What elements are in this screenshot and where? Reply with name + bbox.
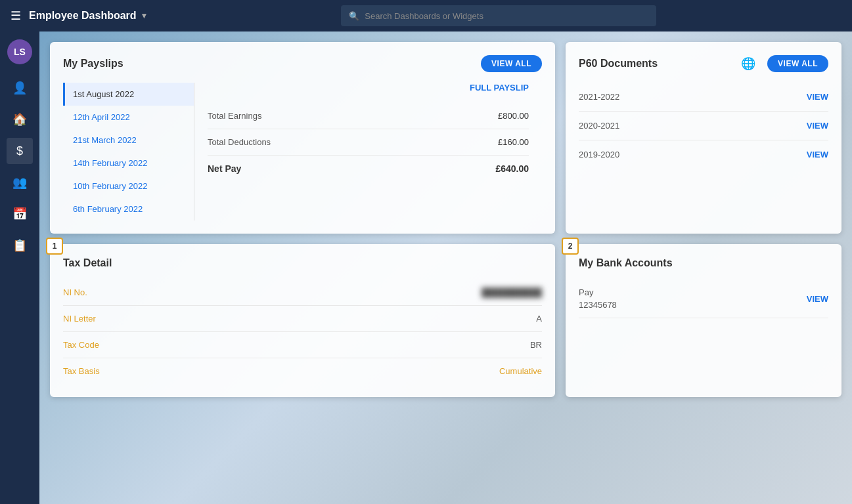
p60-year: 2020-2021 [579, 121, 619, 131]
tax-ni-letter-row: NI Letter A [63, 306, 542, 332]
bank-account-number: 12345678 [579, 300, 617, 310]
p60-view-link[interactable]: VIEW [807, 121, 828, 131]
ni-no-value: ██████████ [482, 287, 542, 297]
full-payslip-link[interactable]: FULL PAYSLIP [470, 83, 529, 93]
main-content: My Payslips VIEW ALL 1st August 2022 12t… [39, 32, 852, 504]
sidebar-item-calendar[interactable]: 📅 [7, 201, 33, 227]
bank-account-info: Pay 12345678 [579, 287, 617, 310]
p60-year: 2019-2020 [579, 150, 619, 159]
ni-letter-value: A [536, 314, 542, 324]
payslip-list-item[interactable]: 21st March 2022 [63, 129, 194, 152]
widget-number-1: 1 [46, 238, 63, 255]
hamburger-icon[interactable]: ☰ [11, 9, 21, 23]
p60-document-row: 2021-2022 VIEW [579, 83, 828, 112]
app-title-text: Employee Dashboard [29, 10, 137, 22]
payslip-detail: FULL PAYSLIP Total Earnings £800.00 Tota… [194, 83, 542, 220]
payslips-view-all-button[interactable]: VIEW ALL [481, 55, 542, 72]
sidebar: LS 👤 🏠 $ 👥 📅 📋 [0, 32, 39, 504]
p60-view-all-button[interactable]: VIEW ALL [767, 55, 828, 72]
tax-basis-label: Tax Basis [63, 366, 100, 376]
p60-card: P60 Documents 🌐 VIEW ALL 2021-2022 VIEW … [566, 42, 841, 234]
sidebar-item-home[interactable]: 🏠 [7, 106, 33, 133]
payslip-list: 1st August 2022 12th April 2022 21st Mar… [63, 83, 194, 220]
tax-detail-card: 1 Tax Detail NI No. ██████████ NI Letter… [50, 244, 555, 397]
total-earnings-value: £800.00 [498, 111, 529, 121]
sidebar-item-employees[interactable]: 👥 [7, 169, 33, 196]
title-caret-icon: ▼ [141, 11, 148, 20]
tax-code-row: Tax Code BR [63, 332, 542, 358]
bank-pay-label: Pay [579, 287, 617, 297]
top-navigation: ☰ Employee Dashboard ▼ 🔍 [0, 0, 852, 32]
p60-document-row: 2019-2020 VIEW [579, 140, 828, 169]
payslip-list-item[interactable]: 10th February 2022 [63, 175, 194, 198]
payslips-title: My Payslips [63, 58, 123, 70]
search-bar: 🔍 [341, 5, 656, 26]
ni-letter-label: NI Letter [63, 314, 96, 324]
tax-basis-row: Tax Basis Cumulative [63, 358, 542, 384]
payslip-detail-header: FULL PAYSLIP [208, 83, 529, 93]
total-earnings-row: Total Earnings £800.00 [208, 103, 529, 129]
payslip-layout: 1st August 2022 12th April 2022 21st Mar… [63, 83, 542, 220]
tax-card-header: Tax Detail [63, 257, 542, 269]
app-title: Employee Dashboard ▼ [29, 10, 148, 22]
total-earnings-label: Total Earnings [208, 111, 261, 121]
avatar[interactable]: LS [7, 39, 32, 64]
widget-number-2: 2 [562, 238, 579, 255]
ni-no-label: NI No. [63, 287, 87, 297]
sidebar-item-tasks[interactable]: 📋 [7, 232, 33, 259]
p60-year: 2021-2022 [579, 92, 619, 102]
bank-view-link[interactable]: VIEW [807, 294, 828, 304]
p60-view-link[interactable]: VIEW [807, 92, 828, 102]
p60-card-header: P60 Documents 🌐 VIEW ALL [579, 55, 828, 72]
tax-detail-title: Tax Detail [63, 257, 112, 269]
total-deductions-row: Total Deductions £160.00 [208, 129, 529, 156]
p60-document-row: 2020-2021 VIEW [579, 112, 828, 140]
bank-account-row: Pay 12345678 VIEW [579, 280, 828, 318]
payslip-list-item[interactable]: 1st August 2022 [63, 83, 194, 106]
search-icon: 🔍 [349, 11, 359, 21]
tax-code-value: BR [530, 340, 542, 350]
total-deductions-label: Total Deductions [208, 137, 271, 147]
search-input[interactable] [365, 11, 648, 21]
tax-ni-no-row: NI No. ██████████ [63, 280, 542, 306]
sidebar-item-payroll[interactable]: $ [7, 138, 33, 164]
net-pay-row: Net Pay £640.00 [208, 156, 529, 182]
sidebar-item-profile[interactable]: 👤 [7, 75, 33, 101]
payslip-list-item[interactable]: 14th February 2022 [63, 152, 194, 175]
payslips-card: My Payslips VIEW ALL 1st August 2022 12t… [50, 42, 555, 234]
p60-view-link[interactable]: VIEW [807, 150, 828, 159]
bank-card-header: My Bank Accounts [579, 257, 828, 269]
net-pay-label: Net Pay [208, 163, 241, 174]
p60-title: P60 Documents [579, 58, 658, 70]
net-pay-value: £640.00 [495, 163, 529, 174]
bank-accounts-title: My Bank Accounts [579, 257, 673, 269]
payslip-list-item[interactable]: 12th April 2022 [63, 106, 194, 129]
globe-icon[interactable]: 🌐 [741, 56, 755, 71]
tax-basis-value: Cumulative [499, 366, 542, 376]
total-deductions-value: £160.00 [498, 137, 529, 147]
payslips-card-header: My Payslips VIEW ALL [63, 55, 542, 72]
tax-code-label: Tax Code [63, 340, 99, 350]
payslip-list-item[interactable]: 6th February 2022 [63, 198, 194, 220]
bank-accounts-card: 2 My Bank Accounts Pay 12345678 VIEW [566, 244, 841, 397]
